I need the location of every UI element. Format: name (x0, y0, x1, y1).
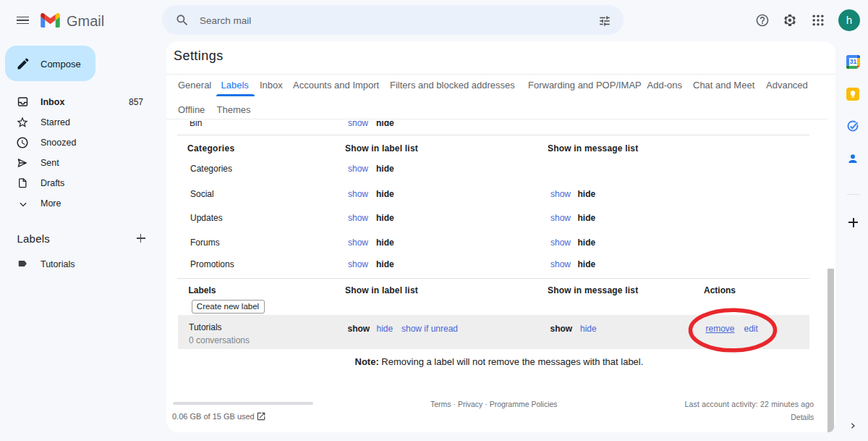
svg-text:31: 31 (849, 58, 856, 65)
